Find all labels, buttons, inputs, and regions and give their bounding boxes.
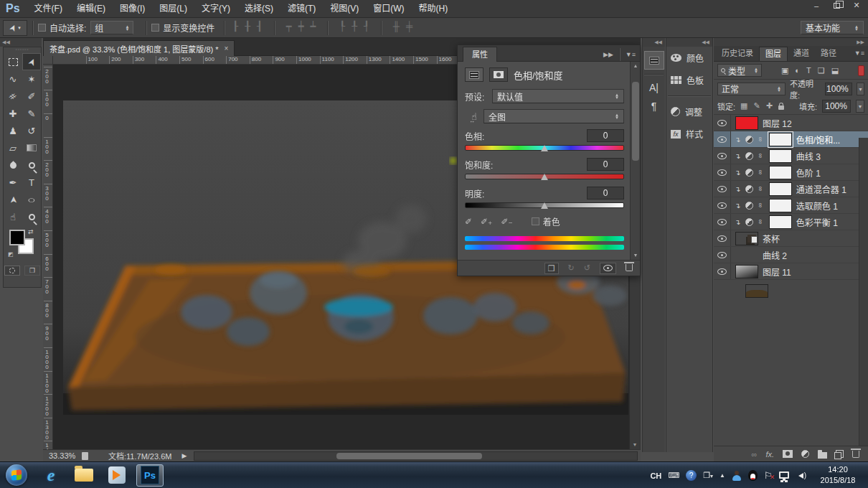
layer-thumbnail-mask[interactable] — [769, 149, 792, 163]
panel-menu-icon[interactable]: ▼≡ — [626, 51, 636, 58]
toolbar-collapse-bar[interactable]: ◀◀ — [0, 38, 42, 47]
lock-position-icon[interactable]: ✚ — [766, 101, 773, 111]
saturation-slider[interactable] — [465, 174, 624, 179]
dock-item-adjustments[interactable]: 调整 — [666, 100, 712, 123]
visibility-cell[interactable] — [714, 214, 731, 230]
fill-value-input[interactable]: 100% — [822, 100, 851, 113]
hue-slider[interactable] — [465, 145, 624, 151]
reset-adjustment-button[interactable]: ↺ — [584, 263, 590, 273]
visibility-cell[interactable] — [714, 148, 731, 164]
view-previous-state-button[interactable]: ↻ — [568, 263, 575, 273]
filter-smart-objects-icon[interactable]: ⬓ — [831, 66, 839, 75]
status-flyout-icon[interactable]: ▶ — [181, 452, 187, 459]
close-button[interactable]: ✕ — [846, 0, 867, 11]
filter-toggle-switch[interactable] — [858, 65, 864, 76]
filter-type-dropdown[interactable]: 类型 ▲▼ — [717, 64, 762, 77]
scroll-down-icon[interactable]: ▼ — [631, 251, 641, 260]
tab-properties[interactable]: 属性 — [463, 47, 497, 62]
tab-close-icon[interactable]: × — [225, 44, 229, 52]
screen-mode-button[interactable]: ❐ — [24, 266, 40, 276]
toggle-visibility-button[interactable] — [600, 263, 616, 274]
layer-row-7[interactable]: 茶杯 — [714, 230, 868, 247]
layer-row-8[interactable]: 曲线 2 — [714, 247, 868, 263]
popup-window-icon[interactable]: ❐▾ — [703, 471, 713, 480]
scroll-down-icon[interactable]: ▼ — [630, 441, 640, 449]
menu-item-1[interactable]: 编辑(E) — [70, 0, 113, 18]
lock-transparency-icon[interactable]: ▦ — [740, 101, 747, 111]
menu-item-6[interactable]: 滤镜(T) — [280, 0, 323, 18]
network-icon[interactable] — [779, 471, 789, 479]
tool-preset-button[interactable]: ➤▾ — [3, 20, 27, 36]
horizontal-scroll-thumb[interactable] — [336, 453, 482, 459]
layer-thumbnail-mask[interactable] — [769, 166, 792, 179]
zoom-tool[interactable] — [22, 208, 41, 225]
layer-row-0[interactable]: 图层 12 — [714, 115, 868, 131]
opacity-value-input[interactable]: 100% — [825, 83, 852, 95]
layer-row-4[interactable]: ↴∞通道混合器 1 — [714, 181, 868, 197]
menu-item-2[interactable]: 图像(I) — [113, 0, 152, 18]
show-transform-checkbox[interactable] — [151, 24, 159, 32]
channel-range-dropdown[interactable]: 全图▲▼ — [483, 109, 624, 123]
dock-character-panel-button[interactable]: A| — [643, 82, 665, 93]
targeted-adjustment-icon[interactable]: ☝↔ — [465, 111, 483, 122]
lock-all-icon[interactable] — [778, 105, 784, 110]
minimize-button[interactable]: – — [806, 0, 826, 11]
show-hidden-icons-chevron[interactable]: ▲ — [720, 472, 725, 479]
tab-路径[interactable]: 路径 — [815, 47, 842, 61]
layer-thumbnail-gradient[interactable] — [735, 265, 758, 278]
visibility-cell[interactable] — [714, 197, 731, 213]
filter-shape-layers-icon[interactable]: ❏ — [818, 66, 825, 75]
gradient-tool[interactable] — [22, 139, 41, 156]
add-mask-icon[interactable] — [783, 450, 793, 458]
preset-dropdown[interactable]: 默认值▲▼ — [492, 89, 624, 103]
auto-select-checkbox[interactable] — [38, 24, 46, 32]
hand-tool[interactable]: ☝ — [4, 208, 22, 225]
lock-pixels-icon[interactable]: ✎ — [753, 101, 760, 111]
layer-thumbnail-mask[interactable] — [769, 133, 792, 146]
qq-user-icon[interactable] — [732, 471, 742, 481]
scroll-thumb[interactable] — [632, 82, 639, 161]
ellipse-tool[interactable]: ○ — [22, 191, 41, 208]
eyedropper-add-icon[interactable]: ✐₊ — [481, 217, 492, 227]
dodge-tool[interactable] — [22, 156, 41, 174]
layers-scrollbar-gutter[interactable] — [859, 138, 868, 462]
action-center-icon[interactable]: ⚐✕ — [764, 470, 773, 481]
visibility-cell[interactable] — [714, 115, 731, 131]
eyedropper-subtract-icon[interactable]: ✐₋ — [501, 217, 512, 227]
ruler-corner[interactable] — [43, 56, 53, 65]
lightness-slider-thumb[interactable] — [541, 202, 548, 209]
visibility-cell[interactable] — [714, 181, 731, 197]
layer-row-9[interactable]: 图层 11 — [714, 263, 868, 280]
default-colors-icon[interactable]: ◩ — [8, 251, 14, 258]
dock-item-swatches[interactable]: 色板 — [666, 69, 712, 91]
dock-item-styles[interactable]: fx样式 — [666, 123, 712, 145]
vertical-ruler[interactable]: 2001000100200300400500600700800900100011… — [43, 65, 53, 449]
blend-mode-dropdown[interactable]: 正常▲▼ — [717, 83, 786, 95]
eraser-tool[interactable]: ▱ — [4, 139, 22, 156]
volume-icon[interactable]: ) — [796, 471, 806, 479]
history-brush-tool[interactable]: ↺ — [22, 122, 41, 139]
taskbar-mediaplayer-button[interactable] — [103, 464, 131, 487]
layer-thumbnail-checker[interactable] — [735, 232, 758, 245]
lasso-tool[interactable]: ∿ — [4, 70, 22, 88]
mask-button[interactable] — [489, 67, 508, 82]
taskbar-photoshop-button[interactable]: Ps — [136, 464, 164, 487]
clone-stamp-tool[interactable]: ♟ — [4, 122, 22, 139]
help-tray-icon[interactable]: ? — [686, 470, 697, 481]
layer-row-2[interactable]: ↴∞曲线 3 — [714, 148, 868, 164]
collapse-to-icons-icon[interactable]: ▶▶ — [603, 51, 613, 58]
workspace-switcher[interactable]: 基本功能▲▼ — [801, 21, 864, 34]
layer-thumbnail-mask[interactable] — [769, 182, 792, 196]
visibility-cell[interactable] — [714, 230, 731, 246]
rectangular-marquee-tool[interactable] — [4, 53, 22, 70]
menu-item-8[interactable]: 窗口(W) — [366, 0, 411, 18]
saturation-slider-thumb[interactable] — [541, 174, 548, 180]
magic-wand-tool[interactable]: ✶ — [22, 70, 41, 88]
qq-penguin-icon[interactable] — [748, 470, 758, 481]
brush-tool[interactable]: ✎ — [22, 105, 41, 122]
visibility-cell[interactable] — [714, 131, 731, 147]
visibility-cell[interactable] — [714, 247, 731, 263]
eyedropper-sample-icon[interactable]: ✐ — [465, 217, 472, 227]
keyboard-icon[interactable]: ⌨ — [668, 471, 679, 480]
crop-tool[interactable]: # — [4, 88, 22, 105]
